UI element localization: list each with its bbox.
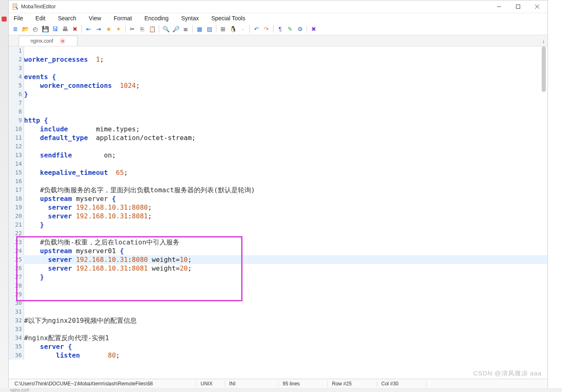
toolbar-separator xyxy=(192,25,193,33)
code-line[interactable]: #负载均衡-权重，之后在location中引入服务 xyxy=(24,238,547,247)
highlight-icon[interactable]: ✎ xyxy=(286,25,294,33)
code-line[interactable]: upstream myserver { xyxy=(24,194,547,203)
code-line[interactable]: upstream myserver01 { xyxy=(24,247,547,255)
file-tab[interactable]: nginx.conf ✕ xyxy=(19,36,78,46)
line-number: 17 xyxy=(9,186,22,194)
find-replace-icon[interactable]: 🔎 xyxy=(172,25,180,33)
search-icon[interactable]: 🔍 xyxy=(162,25,170,33)
redo-icon[interactable]: ↷ xyxy=(262,25,271,33)
bookmark-icon[interactable]: ★ xyxy=(104,25,113,33)
indent-icon[interactable]: ⇥ xyxy=(94,25,103,33)
code-line[interactable] xyxy=(24,64,547,73)
toolbar-separator xyxy=(159,25,159,33)
toolbar-separator xyxy=(273,25,274,33)
maximize-button[interactable] xyxy=(509,0,528,13)
external-bottom-strip: nginx.conf xyxy=(0,388,562,392)
new-file-icon[interactable]: 🗎 xyxy=(11,25,19,33)
toolbar: 🗎📂◴💾🖫🖶✖⇤⇥★✦✂⎘📋🔍🔎≣▦▨⊞🐧∙↶↷¶✎⚙✖ xyxy=(9,23,547,35)
line-number: 34 xyxy=(9,334,22,342)
code-line[interactable]: #nginx配置反向代理-实例1 xyxy=(24,334,547,342)
minimize-button[interactable] xyxy=(489,0,509,13)
code-line[interactable] xyxy=(24,307,547,316)
status-filetype: INI xyxy=(226,381,279,387)
bookmark-add-icon[interactable]: ✦ xyxy=(114,25,123,33)
code-line[interactable]: server 192.168.10.31:8080 weight=10; xyxy=(24,255,547,264)
code-line[interactable]: server { xyxy=(24,342,547,351)
save-icon[interactable]: 💾 xyxy=(41,25,49,33)
code-line[interactable]: } xyxy=(24,220,547,229)
code-line[interactable]: events { xyxy=(24,73,547,81)
apple-icon[interactable]: ∙ xyxy=(239,25,247,33)
code-line[interactable]: #负载均衡服务的名字，里面列出负载tomact服务器的列表(默认是轮询) xyxy=(24,186,547,194)
code-line[interactable] xyxy=(24,46,547,55)
close-icon[interactable]: ✖ xyxy=(71,25,79,33)
win-to-unix-icon[interactable]: ▦ xyxy=(195,25,203,33)
code-line[interactable] xyxy=(24,107,547,116)
status-path: C:\Users\Think\DOCUME~1\MobaXterm\slash\… xyxy=(11,381,196,387)
code-line[interactable]: server 192.168.10.31:8080; xyxy=(24,203,547,212)
code-line[interactable]: keepalive_timeout 65; xyxy=(24,168,547,177)
menu-syntax[interactable]: Syntax xyxy=(179,14,201,22)
close-tab-icon[interactable]: ✕ xyxy=(60,38,65,44)
windows-icon[interactable]: ⊞ xyxy=(219,25,227,33)
code-line[interactable]: listen 80; xyxy=(24,351,547,360)
cut-icon[interactable]: ✂ xyxy=(128,25,136,33)
vertical-scrollbar[interactable] xyxy=(541,46,547,379)
exit-app-icon[interactable]: ✖ xyxy=(310,25,318,33)
menu-search[interactable]: Search xyxy=(56,14,78,22)
code-line[interactable]: server 192.168.10.31:8081 weight=20; xyxy=(24,264,547,273)
menu-edit[interactable]: Edit xyxy=(34,14,47,22)
close-window-button[interactable] xyxy=(528,0,547,13)
settings-gear-icon[interactable]: ⚙ xyxy=(296,25,304,33)
undo-icon[interactable]: ↶ xyxy=(252,25,261,33)
line-number: 30 xyxy=(9,299,22,307)
scrollbar-thumb[interactable] xyxy=(542,46,546,92)
menu-format[interactable]: Format xyxy=(112,14,133,22)
line-number: 31 xyxy=(9,307,22,316)
menu-file[interactable]: File xyxy=(12,14,25,22)
status-row: Row #25 xyxy=(329,381,377,387)
line-number: 15 xyxy=(9,168,22,177)
code-line[interactable]: include mime.types; xyxy=(24,125,547,133)
unix-to-win-icon[interactable]: ▨ xyxy=(205,25,213,33)
code-line[interactable] xyxy=(24,290,547,299)
print-icon[interactable]: 🖶 xyxy=(61,25,69,33)
save-all-icon[interactable]: 🖫 xyxy=(51,25,59,33)
code-line[interactable]: #以下为nginx2019视频中的配置信息 xyxy=(24,316,547,325)
list-icon[interactable]: ≣ xyxy=(182,25,190,33)
code-line[interactable] xyxy=(24,325,547,334)
code-line[interactable]: } xyxy=(24,90,547,99)
code-line[interactable]: worker_connections 1024; xyxy=(24,81,547,90)
menu-view[interactable]: View xyxy=(87,14,103,22)
linux-icon[interactable]: 🐧 xyxy=(229,25,237,33)
line-number: 29 xyxy=(9,290,22,299)
tab-dropdown-icon[interactable]: ↓ xyxy=(542,38,545,44)
code-line[interactable] xyxy=(24,99,547,107)
reload-icon[interactable]: ◴ xyxy=(31,25,39,33)
line-number: 32 xyxy=(9,316,22,325)
code-line[interactable] xyxy=(24,299,547,307)
copy-icon[interactable]: ⎘ xyxy=(138,25,146,33)
code-line[interactable]: http { xyxy=(24,116,547,125)
editor[interactable]: 1234567891011121314151617181920212223242… xyxy=(9,46,547,379)
toolbar-separator xyxy=(82,25,82,33)
app-icon xyxy=(12,3,19,10)
code-line[interactable] xyxy=(24,229,547,238)
menu-special-tools[interactable]: Special Tools xyxy=(210,14,247,22)
code-line[interactable] xyxy=(24,160,547,168)
code-area[interactable]: worker_processes 1;events { worker_conne… xyxy=(24,46,547,360)
menu-encoding[interactable]: Encoding xyxy=(143,14,170,22)
paste-icon[interactable]: 📋 xyxy=(148,25,156,33)
code-line[interactable]: default_type application/octet-stream; xyxy=(24,133,547,142)
status-eol: UNIX xyxy=(197,381,225,387)
code-line[interactable] xyxy=(24,281,547,290)
code-line[interactable] xyxy=(24,142,547,151)
code-line[interactable]: sendfile on; xyxy=(24,151,547,160)
open-folder-icon[interactable]: 📂 xyxy=(21,25,29,33)
code-line[interactable] xyxy=(24,177,547,186)
code-line[interactable]: worker_processes 1; xyxy=(24,55,547,64)
code-line[interactable]: } xyxy=(24,273,547,281)
outdent-icon[interactable]: ⇤ xyxy=(85,25,93,33)
code-line[interactable]: server 192.168.10.31:8081; xyxy=(24,212,547,220)
pilcrow-icon[interactable]: ¶ xyxy=(276,25,284,33)
